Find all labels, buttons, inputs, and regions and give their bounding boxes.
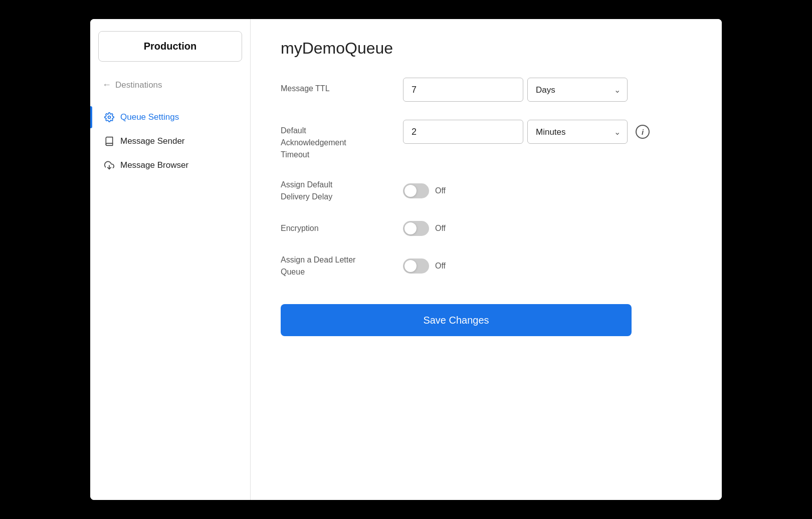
dead-letter-toggle[interactable]	[403, 258, 429, 274]
settings-form: Message TTL Days Hours Minutes Seconds ⌄	[281, 78, 692, 336]
message-ttl-unit-select[interactable]: Days Hours Minutes Seconds	[527, 78, 628, 102]
sidebar-item-label-message-sender: Message Sender	[120, 136, 185, 146]
gear-icon	[104, 112, 114, 122]
sidebar-item-label-queue-settings: Queue Settings	[120, 112, 179, 122]
ack-timeout-unit-wrapper: Minutes Hours Seconds ⌄	[527, 120, 628, 144]
message-ttl-controls: Days Hours Minutes Seconds ⌄	[403, 78, 692, 102]
ack-timeout-row: DefaultAcknowledgementTimeout Minutes Ho…	[281, 120, 692, 161]
message-ttl-row: Message TTL Days Hours Minutes Seconds ⌄	[281, 78, 692, 102]
delivery-delay-row: Assign DefaultDelivery Delay Off	[281, 179, 692, 203]
toggle-knob	[404, 185, 417, 197]
delivery-delay-label: Assign DefaultDelivery Delay	[281, 179, 391, 203]
page-title: myDemoQueue	[281, 39, 692, 58]
send-icon	[104, 136, 114, 146]
destinations-label: Destinations	[115, 80, 162, 90]
encryption-toggle-control: Off	[403, 221, 446, 236]
sidebar-item-queue-settings[interactable]: Queue Settings	[98, 106, 242, 128]
encryption-toggle[interactable]	[403, 221, 429, 236]
sidebar-item-message-browser[interactable]: Message Browser	[98, 154, 242, 176]
delivery-delay-status: Off	[435, 186, 446, 195]
svg-point-0	[108, 116, 111, 119]
toggle-knob	[404, 222, 417, 234]
env-badge[interactable]: Production	[98, 31, 242, 62]
message-ttl-unit-wrapper: Days Hours Minutes Seconds ⌄	[527, 78, 628, 102]
save-changes-button[interactable]: Save Changes	[281, 304, 632, 336]
dead-letter-row: Assign a Dead LetterQueue Off	[281, 254, 692, 278]
dead-letter-status: Off	[435, 262, 446, 271]
ack-timeout-controls: Minutes Hours Seconds ⌄ i	[403, 120, 692, 144]
dead-letter-label: Assign a Dead LetterQueue	[281, 254, 391, 278]
app-window: Production ← Destinations Queue Settings	[90, 19, 722, 500]
back-arrow-icon: ←	[102, 80, 111, 90]
ack-timeout-label: DefaultAcknowledgementTimeout	[281, 120, 391, 161]
save-button-row: Save Changes	[281, 296, 692, 336]
dead-letter-toggle-control: Off	[403, 258, 446, 274]
sidebar: Production ← Destinations Queue Settings	[90, 19, 251, 500]
info-icon[interactable]: i	[636, 125, 650, 139]
ack-timeout-input[interactable]	[403, 120, 523, 144]
delivery-delay-toggle-control: Off	[403, 183, 446, 198]
encryption-status: Off	[435, 224, 446, 233]
encryption-label: Encryption	[281, 222, 391, 234]
main-content: myDemoQueue Message TTL Days Hours Minut…	[251, 19, 722, 500]
ack-timeout-unit-select[interactable]: Minutes Hours Seconds	[527, 120, 628, 144]
sidebar-item-label-message-browser: Message Browser	[120, 160, 188, 170]
sidebar-item-message-sender[interactable]: Message Sender	[98, 130, 242, 152]
destinations-link[interactable]: ← Destinations	[98, 78, 242, 92]
inbox-icon	[104, 160, 114, 170]
toggle-knob	[404, 260, 417, 272]
message-ttl-label: Message TTL	[281, 78, 391, 95]
encryption-row: Encryption Off	[281, 221, 692, 236]
message-ttl-input[interactable]	[403, 78, 523, 102]
delivery-delay-toggle[interactable]	[403, 183, 429, 198]
